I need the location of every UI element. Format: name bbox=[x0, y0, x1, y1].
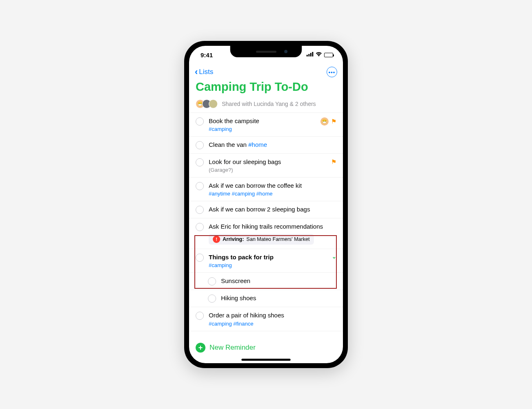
home-indicator[interactable] bbox=[241, 359, 291, 361]
assignee-avatar: 😷 bbox=[320, 117, 329, 126]
location-label: Arriving: bbox=[223, 236, 244, 242]
reminder-title: Book the campsite bbox=[209, 117, 316, 125]
reminder-item[interactable]: Sunscreen bbox=[189, 273, 343, 290]
avatar bbox=[209, 99, 218, 108]
reminder-tags[interactable]: #anytime #camping #home bbox=[209, 191, 336, 197]
reminder-title: Order a pair of hiking shoes bbox=[209, 311, 336, 319]
svg-rect-0 bbox=[307, 55, 308, 56]
chevron-down-icon[interactable]: ⌄ bbox=[332, 254, 336, 260]
reminder-content: Things to pack for trip#camping bbox=[209, 253, 327, 268]
completion-circle[interactable] bbox=[196, 206, 204, 214]
status-time: 9:41 bbox=[201, 52, 213, 58]
completion-circle[interactable] bbox=[208, 277, 216, 285]
chevron-left-icon: ‹ bbox=[195, 67, 198, 76]
reminder-title: Ask if we can borrow the coffee kit bbox=[209, 182, 336, 190]
phone-frame: 9:41 ‹ Lists ••• Camping Trip To-Do bbox=[184, 41, 348, 368]
more-button[interactable]: ••• bbox=[327, 67, 337, 77]
completion-circle[interactable] bbox=[208, 294, 216, 303]
reminder-content: Ask if we can borrow the coffee kit#anyt… bbox=[209, 182, 336, 197]
reminder-title: Look for our sleeping bags bbox=[209, 158, 326, 166]
reminder-item[interactable]: Ask Eric for hiking trails recommendatio… bbox=[189, 218, 343, 249]
completion-circle[interactable] bbox=[196, 158, 204, 166]
reminder-item[interactable]: Clean the van #home bbox=[189, 137, 343, 154]
wifi-icon bbox=[316, 52, 322, 58]
shared-text: Shared with Lucinda Yang & 2 others bbox=[222, 101, 316, 107]
reminder-title: Sunscreen bbox=[221, 277, 336, 285]
reminder-tags[interactable]: #camping bbox=[209, 126, 316, 132]
reminder-title: Hiking shoes bbox=[221, 294, 336, 302]
nav-bar: ‹ Lists ••• bbox=[189, 64, 343, 80]
reminder-title: Clean the van #home bbox=[209, 141, 336, 149]
completion-circle[interactable] bbox=[196, 141, 204, 149]
reminder-content: Look for our sleeping bags(Garage?) bbox=[209, 158, 326, 173]
back-button[interactable]: ‹ Lists bbox=[195, 67, 213, 76]
completion-circle[interactable] bbox=[196, 312, 204, 320]
svg-rect-3 bbox=[312, 52, 313, 56]
reminder-item[interactable]: Things to pack for trip#camping⌄ bbox=[189, 249, 343, 273]
item-accessories: ⚑ bbox=[331, 158, 336, 166]
notch-speaker bbox=[256, 51, 276, 53]
reminder-item[interactable]: Look for our sleeping bags(Garage?)⚑ bbox=[189, 154, 343, 177]
completion-circle[interactable] bbox=[196, 223, 204, 231]
reminder-title: Things to pack for trip bbox=[209, 253, 327, 261]
alert-badge-icon: ! bbox=[213, 236, 220, 243]
reminder-tag[interactable]: #home bbox=[248, 141, 267, 148]
completion-circle[interactable] bbox=[196, 254, 204, 262]
notch bbox=[230, 46, 302, 57]
reminder-tags[interactable]: #camping bbox=[209, 262, 327, 268]
reminder-item[interactable]: Hiking shoes bbox=[189, 290, 343, 307]
signal-icon bbox=[307, 52, 313, 58]
reminder-content: Book the campsite#camping bbox=[209, 117, 316, 132]
reminder-item[interactable]: Ask if we can borrow 2 sleeping bags bbox=[189, 201, 343, 218]
reminder-title: Ask Eric for hiking trails recommendatio… bbox=[209, 222, 336, 231]
reminder-item[interactable]: Ask if we can borrow the coffee kit#anyt… bbox=[189, 178, 343, 201]
avatar-stack: 😷 bbox=[196, 99, 218, 108]
reminder-title: Ask if we can borrow 2 sleeping bags bbox=[209, 205, 336, 213]
reminder-note: (Garage?) bbox=[209, 167, 326, 173]
completion-circle[interactable] bbox=[196, 117, 204, 126]
svg-rect-1 bbox=[309, 54, 310, 56]
svg-rect-2 bbox=[310, 53, 311, 57]
location-value: San Mateo Farmers' Market bbox=[246, 236, 310, 242]
reminders-list[interactable]: Book the campsite#camping😷⚑Clean the van… bbox=[189, 113, 343, 335]
reminder-content: Order a pair of hiking shoes#camping #fi… bbox=[209, 311, 336, 326]
reminder-item[interactable]: Book the campsite#camping😷⚑ bbox=[189, 113, 343, 137]
shared-with-row[interactable]: 😷 Shared with Lucinda Yang & 2 others bbox=[189, 98, 343, 113]
battery-icon bbox=[324, 53, 333, 57]
back-label: Lists bbox=[199, 68, 213, 76]
flag-icon: ⚑ bbox=[331, 118, 336, 125]
ellipsis-icon: ••• bbox=[329, 70, 336, 75]
reminder-tags[interactable]: #camping #finance bbox=[209, 321, 336, 327]
reminder-content: Ask Eric for hiking trails recommendatio… bbox=[209, 222, 336, 245]
bottom-toolbar: + New Reminder bbox=[189, 339, 343, 360]
reminder-content: Sunscreen bbox=[221, 277, 336, 285]
reminder-content: Ask if we can borrow 2 sleeping bags bbox=[209, 205, 336, 213]
flag-icon: ⚑ bbox=[331, 158, 336, 166]
reminder-content: Clean the van #home bbox=[209, 141, 336, 149]
notch-camera bbox=[284, 50, 288, 53]
reminder-content: Hiking shoes bbox=[221, 294, 336, 302]
status-indicators bbox=[307, 52, 333, 58]
page-title: Camping Trip To-Do bbox=[189, 80, 343, 98]
new-reminder-button[interactable]: + New Reminder bbox=[196, 343, 336, 353]
item-accessories: ⌄ bbox=[332, 254, 336, 260]
location-chip[interactable]: !Arriving: San Mateo Farmers' Market bbox=[209, 234, 314, 245]
completion-circle[interactable] bbox=[196, 182, 204, 190]
phone-screen: 9:41 ‹ Lists ••• Camping Trip To-Do bbox=[189, 46, 343, 363]
plus-circle-icon: + bbox=[196, 343, 205, 353]
new-reminder-label: New Reminder bbox=[210, 344, 255, 352]
item-accessories: 😷⚑ bbox=[320, 117, 336, 126]
reminder-item[interactable]: Order a pair of hiking shoes#camping #fi… bbox=[189, 307, 343, 331]
